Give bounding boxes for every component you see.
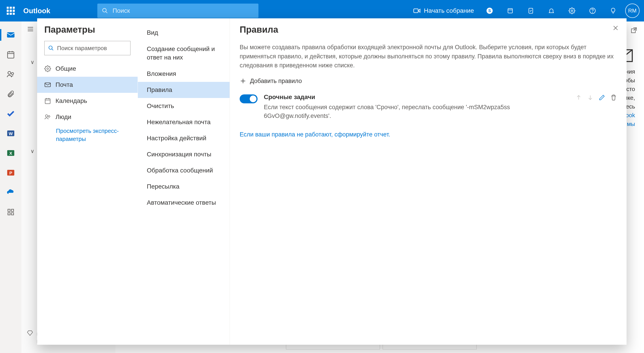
category-mail[interactable]: Почта [37,77,138,93]
sub-auto[interactable]: Автоматические ответы [138,194,230,211]
svg-rect-2 [414,9,418,13]
sub-junk[interactable]: Нежелательная почта [138,114,230,130]
rule-row: Срочные задачи Если текст сообщения соде… [240,90,617,124]
svg-point-9 [571,10,573,12]
delete-rule-icon[interactable] [610,94,617,101]
category-mail-label: Почта [56,81,73,88]
settings-search-placeholder: Поиск параметров [57,45,107,52]
move-down-icon [587,94,594,101]
svg-text:S: S [488,8,491,13]
svg-rect-12 [7,32,14,37]
svg-line-34 [634,28,636,31]
edit-rule-icon[interactable] [599,94,605,101]
onedrive-icon [6,188,15,197]
rule-description: Если текст сообщения содержит слова 'Сро… [264,103,569,120]
category-calendar[interactable]: Календарь [37,93,138,109]
settings-search-input[interactable]: Поиск параметров [44,41,130,55]
category-people-label: Люди [56,114,72,120]
add-rule-button[interactable]: Добавить правило [240,76,617,90]
excel-icon: X [6,149,15,157]
search-icon [48,45,54,51]
apps-icon [7,208,14,216]
svg-line-1 [106,12,107,13]
rules-report-link[interactable]: Если ваши правила не работают, сформируй… [240,131,390,138]
mail-icon [44,82,51,88]
move-up-icon [576,94,582,101]
panel-description: Вы можете создавать правила обработки вх… [240,43,617,70]
word-icon: W [6,129,15,138]
svg-point-18 [12,72,14,75]
rail-calendar[interactable] [0,45,22,64]
svg-point-11 [592,12,592,12]
rail-powerpoint[interactable]: P [0,163,22,182]
rule-name: Срочные задачи [264,94,569,101]
sub-compose[interactable]: Создание сообщений и ответ на них [138,41,230,66]
rail-todo[interactable] [0,104,22,124]
sub-view[interactable]: Вид [138,24,230,41]
category-calendar-label: Календарь [56,97,87,104]
settings-panel: Правила Вы можете создавать правила обра… [230,18,626,345]
svg-rect-27 [8,213,10,215]
dialog-close-button[interactable] [612,24,619,32]
svg-rect-6 [508,8,512,13]
add-rule-label: Добавить правило [250,78,302,84]
svg-rect-39 [45,83,50,87]
sub-actions[interactable]: Настройка действий [138,130,230,146]
search-icon [102,8,108,14]
popout-icon[interactable] [630,27,637,34]
svg-line-37 [52,49,53,50]
rail-people[interactable] [0,64,22,84]
settings-dialog: Параметры Поиск параметров Общие Почта К… [37,18,626,345]
category-general-label: Общие [56,65,76,72]
rail-excel[interactable]: X [0,143,22,163]
rail-mail[interactable] [0,25,22,45]
rule-toggle[interactable] [240,94,258,103]
settings-title: Параметры [37,24,138,41]
hamburger-icon[interactable] [27,26,34,33]
svg-marker-32 [27,331,32,335]
rail-apps[interactable] [0,202,22,222]
gear-icon [44,65,51,72]
sub-sweep[interactable]: Очистить [138,98,230,114]
svg-text:X: X [10,151,12,156]
rail-word[interactable]: W [0,124,22,143]
left-rail: W X P [0,22,22,353]
svg-rect-25 [8,209,10,212]
powerpoint-icon: P [6,168,15,177]
app-launcher[interactable] [0,0,22,22]
rail-files[interactable] [0,84,22,104]
svg-point-44 [46,115,48,117]
svg-rect-28 [12,213,14,215]
calendar-icon [44,98,51,104]
sub-attachments[interactable]: Вложения [138,66,230,82]
sub-handling[interactable]: Обработка сообщений [138,162,230,178]
view-quick-settings-link[interactable]: Просмотреть экспресс-параметры [37,125,138,143]
attach-icon [7,90,15,98]
video-icon [413,7,421,14]
category-people[interactable]: Люди [37,109,138,125]
svg-rect-40 [45,99,50,104]
diamond-icon [27,330,33,336]
mail-icon [6,30,15,39]
svg-point-17 [8,71,11,74]
brand-label: Outlook [23,7,50,15]
settings-subcategories: Вид Создание сообщений и ответ на них Вл… [138,18,230,345]
sub-sync[interactable]: Синхронизация почты [138,146,230,162]
calendar-icon [6,50,15,59]
plus-icon [240,78,246,84]
avatar-initials: RM [628,8,636,14]
category-general[interactable]: Общие [37,60,138,77]
sub-rules[interactable]: Правила [138,82,230,98]
settings-categories: Параметры Поиск параметров Общие Почта К… [37,18,138,345]
people-icon [6,70,15,78]
search-input[interactable]: Поиск [97,4,258,18]
account-avatar[interactable]: RM [625,4,640,18]
sub-forward[interactable]: Пересылка [138,178,230,194]
check-icon [6,109,15,118]
people-icon [44,114,51,120]
close-icon [612,24,619,31]
rail-onedrive[interactable] [0,182,22,202]
svg-text:W: W [9,131,13,136]
panel-title: Правила [240,24,617,35]
svg-point-36 [49,46,52,49]
